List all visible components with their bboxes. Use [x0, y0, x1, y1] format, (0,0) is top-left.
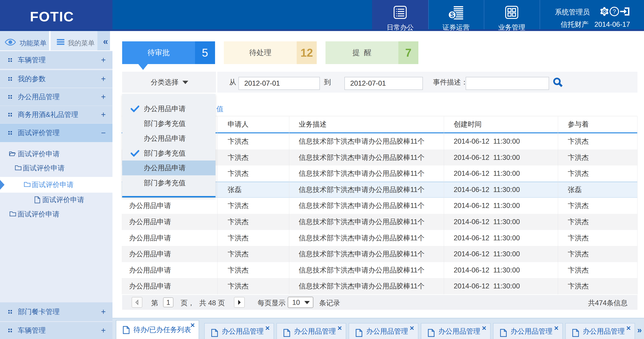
- svg-text:?: ?: [613, 8, 616, 15]
- svg-text:$: $: [450, 11, 454, 18]
